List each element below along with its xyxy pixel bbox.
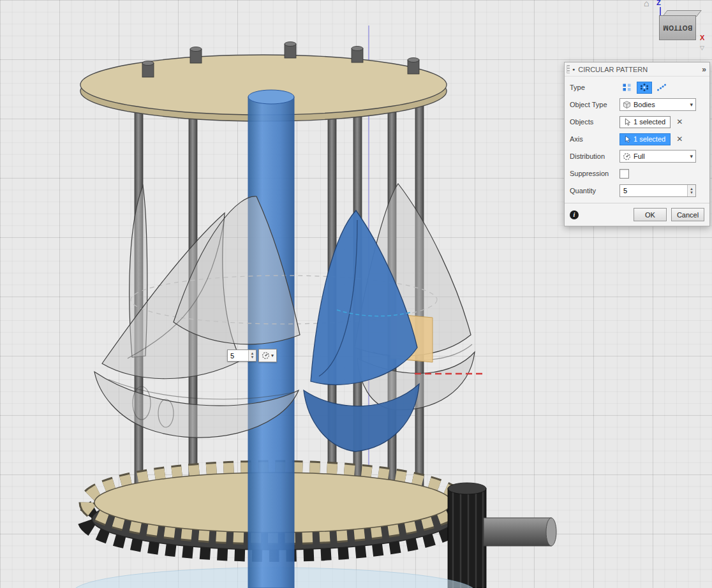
quantity-input[interactable]	[619, 184, 696, 197]
quantity-label: Quantity	[570, 187, 619, 195]
viewcube-bottom-face[interactable]: BOTTOM	[659, 15, 696, 40]
x-axis-label: X	[700, 34, 704, 41]
circular-pattern-dialog: ● CIRCULAR PATTERN » Type	[564, 62, 710, 226]
info-icon[interactable]: i	[570, 210, 579, 219]
cursor-icon	[625, 135, 631, 143]
axis-selection-button[interactable]: 1 selected	[619, 133, 671, 145]
circular-pattern-icon	[639, 83, 649, 92]
rectangular-pattern-icon	[622, 83, 632, 92]
axis-clear-icon[interactable]: ✕	[676, 135, 683, 143]
chevron-down-icon: ▾	[690, 153, 693, 159]
inline-quantity-editor: ▲ ▼ ▾	[227, 349, 277, 362]
spin-down-icon[interactable]: ▼	[690, 191, 693, 195]
viewcube-face-label: BOTTOM	[663, 24, 692, 31]
quantity-field: ▲ ▼	[619, 184, 696, 197]
objects-selection-button[interactable]: 1 selected	[619, 116, 671, 128]
axis-row: Axis 1 selected ✕	[570, 133, 704, 145]
objects-selection-count: 1 selected	[634, 118, 665, 126]
object-type-row: Object Type Bodies ▾	[570, 98, 704, 111]
z-axis-label: Z	[656, 0, 661, 6]
distribution-value: Full	[634, 152, 687, 160]
dialog-header[interactable]: ● CIRCULAR PATTERN »	[565, 62, 709, 77]
full-distribution-icon	[623, 152, 631, 161]
spin-down-icon[interactable]: ▼	[251, 355, 255, 359]
objects-row: Objects 1 selected ✕	[570, 115, 704, 128]
cancel-button[interactable]: Cancel	[671, 208, 704, 221]
type-rectangular-button[interactable]	[619, 82, 635, 94]
ok-button[interactable]: OK	[634, 208, 667, 221]
dialog-title: CIRCULAR PATTERN	[578, 66, 702, 73]
home-icon[interactable]: ⌂	[644, 0, 649, 8]
chevron-down-icon: ▾	[690, 101, 693, 108]
distribution-label: Distribution	[570, 152, 619, 160]
suppression-label: Suppression	[570, 170, 619, 177]
drag-grip-icon[interactable]	[567, 65, 570, 73]
viewcube[interactable]: ⌂ Z BOTTOM X ▽	[641, 0, 712, 59]
suppression-checkbox[interactable]	[619, 169, 629, 179]
distribution-dropdown[interactable]: Full ▾	[619, 150, 696, 163]
type-circular-button[interactable]	[637, 82, 652, 94]
pinion-gear[interactable]	[448, 483, 486, 588]
type-row: Type	[570, 81, 704, 94]
objects-clear-icon[interactable]: ✕	[676, 117, 683, 126]
inline-distribution-button[interactable]: ▾	[258, 349, 277, 362]
axis-selection-count: 1 selected	[634, 135, 665, 143]
object-type-label: Object Type	[570, 101, 619, 108]
suppression-row: Suppression	[570, 167, 704, 180]
quantity-spinner: ▲ ▼	[687, 185, 695, 196]
object-type-dropdown[interactable]: Bodies ▾	[619, 98, 696, 111]
distribution-row: Distribution Full ▾	[570, 150, 704, 163]
inline-quantity-field: ▲ ▼	[227, 349, 256, 362]
collapse-panel-icon[interactable]: »	[702, 65, 706, 74]
viewcube-corner-arrow[interactable]: ▽	[700, 45, 704, 51]
type-label: Type	[570, 84, 619, 91]
dialog-dot-icon: ●	[572, 67, 575, 71]
inline-quantity-spinner: ▲ ▼	[248, 350, 256, 361]
objects-label: Objects	[570, 118, 619, 126]
output-shaft[interactable]	[484, 518, 556, 546]
quantity-row: Quantity ▲ ▼	[570, 184, 704, 197]
dialog-footer: i OK Cancel	[565, 203, 709, 226]
cursor-icon	[625, 118, 631, 126]
object-type-value: Bodies	[634, 101, 687, 108]
body-cube-icon	[623, 101, 631, 109]
angle-icon	[262, 351, 270, 360]
path-pattern-icon	[656, 83, 667, 92]
type-path-button[interactable]	[654, 82, 669, 94]
axis-label: Axis	[570, 135, 619, 143]
chevron-down-icon: ▾	[271, 353, 274, 358]
